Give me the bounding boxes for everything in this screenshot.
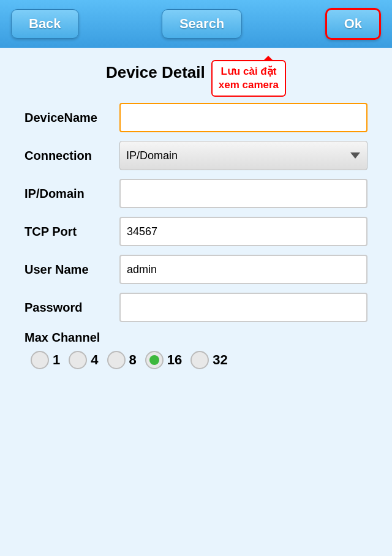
channel-option-1[interactable]: 1 — [31, 351, 60, 369]
max-channel-label: Max Channel — [24, 331, 368, 345]
ok-button[interactable]: Ok — [325, 8, 381, 40]
radio-circle-16 — [145, 351, 164, 369]
tooltip-box: Lưu cài đặtxem camera — [211, 60, 286, 97]
tooltip-text: Lưu cài đặtxem camera — [219, 66, 279, 91]
radio-circle-32 — [190, 351, 209, 369]
connection-select-wrapper: IP/Domain Cloud WiFi — [119, 141, 368, 170]
title-row: Device Detail Lưu cài đặtxem camera — [24, 48, 368, 103]
password-label: Password — [24, 301, 119, 315]
tcp-port-label: TCP Port — [24, 225, 119, 239]
radio-circle-8 — [107, 351, 126, 369]
radio-circle-1 — [31, 351, 49, 369]
device-name-row: DeviceName — [24, 103, 368, 132]
channel-value-4: 4 — [91, 352, 98, 368]
ip-domain-row: IP/Domain — [24, 179, 368, 208]
search-button[interactable]: Search — [162, 9, 242, 39]
channel-radio-group: 1 4 8 16 32 — [24, 351, 368, 369]
user-name-input[interactable] — [119, 255, 368, 284]
channel-option-32[interactable]: 32 — [190, 351, 227, 369]
channel-value-8: 8 — [129, 352, 137, 368]
password-input[interactable] — [119, 293, 368, 322]
connection-label: Connection — [24, 149, 119, 163]
connection-select[interactable]: IP/Domain Cloud WiFi — [119, 141, 368, 170]
channel-value-32: 32 — [213, 352, 227, 368]
tcp-port-row: TCP Port — [24, 217, 368, 246]
tcp-port-input[interactable] — [119, 217, 368, 246]
password-row: Password — [24, 293, 368, 322]
back-button[interactable]: Back — [11, 9, 79, 39]
radio-circle-4 — [69, 351, 87, 369]
user-name-label: User Name — [24, 263, 119, 277]
device-name-label: DeviceName — [24, 111, 119, 125]
radio-dot-16 — [149, 355, 159, 365]
ip-domain-input[interactable] — [119, 179, 368, 208]
connection-row: Connection IP/Domain Cloud WiFi — [24, 141, 368, 170]
channel-value-16: 16 — [167, 352, 182, 368]
device-name-input[interactable] — [119, 103, 368, 132]
channel-option-8[interactable]: 8 — [107, 351, 137, 369]
channel-option-4[interactable]: 4 — [69, 351, 98, 369]
ip-domain-label: IP/Domain — [24, 187, 119, 201]
channel-value-1: 1 — [53, 352, 60, 368]
user-name-row: User Name — [24, 255, 368, 284]
page-title: Device Detail — [106, 60, 205, 82]
channel-option-16[interactable]: 16 — [145, 351, 182, 369]
header-bar: Back Search Ok — [0, 0, 392, 48]
main-content: Device Detail Lưu cài đặtxem camera Devi… — [0, 48, 392, 556]
